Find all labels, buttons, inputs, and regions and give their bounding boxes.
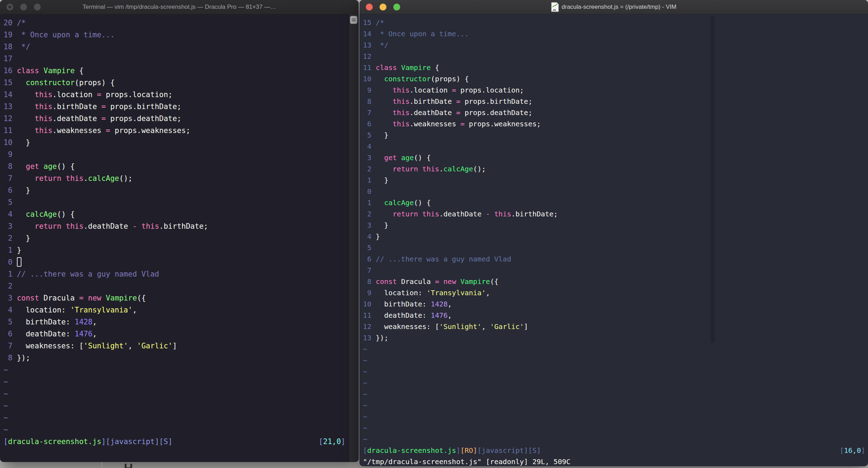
line-number: 5: [4, 198, 17, 207]
token-kw: new: [88, 294, 101, 302]
code-line: 2 return this.deathDate - this.birthDate…: [363, 208, 865, 220]
tilde: ~: [4, 366, 8, 374]
zoom-button[interactable]: [393, 4, 400, 11]
tilde-line: ~: [363, 422, 865, 434]
tilde: ~: [363, 345, 367, 353]
token-fg: .location: [52, 90, 97, 99]
code-line: 13 });: [363, 332, 865, 343]
tilde: ~: [4, 378, 8, 386]
tilde-line: ~: [4, 364, 349, 376]
token-fg: [490, 210, 494, 218]
token-fg: [456, 277, 460, 286]
token-kw: =: [452, 86, 456, 94]
code-line: 11 class Vampire {: [363, 62, 865, 73]
tilde-line: ~: [4, 388, 349, 400]
token-kw: this: [35, 126, 53, 135]
token-fg: [17, 126, 35, 135]
token-fg: }: [17, 138, 30, 147]
token-fg: });: [376, 334, 388, 342]
close-button[interactable]: [6, 4, 13, 11]
token-fn: constructor: [384, 75, 430, 83]
desktop: { "desktop": { "bg": "#c7c5c3", "partial…: [0, 0, 868, 468]
token-com: */: [376, 41, 388, 49]
code-line: 20 /*: [4, 17, 349, 29]
token-fg: props.weaknesses;: [465, 120, 541, 128]
tilde: ~: [363, 412, 367, 421]
code-line: 9 location: 'Transylvania',: [363, 287, 865, 298]
tilde-line: ~: [363, 411, 865, 422]
tilde-line: ~: [4, 376, 349, 388]
token-fg: props.location;: [456, 86, 524, 94]
line-number: 3: [363, 221, 376, 229]
vim-buffer-left[interactable]: 20 /*19 * Once upon a time...18 */17 16 …: [0, 14, 349, 462]
split-pane-button[interactable]: [350, 16, 357, 24]
line-number: 7: [4, 342, 17, 350]
line-number: 14: [4, 90, 17, 99]
code-line: 1 // ...there was a guy named Vlad: [4, 268, 349, 280]
tilde: ~: [4, 413, 8, 422]
token-pun: [: [319, 437, 323, 446]
line-number: 0: [4, 258, 17, 266]
token-fg: [61, 222, 66, 230]
macvim-scrollbar[interactable]: [710, 15, 715, 343]
token-kw: this: [141, 222, 159, 230]
token-ro: [RO]: [460, 446, 477, 455]
token-kw: this: [392, 120, 409, 128]
code-line: 3 get age() {: [363, 152, 865, 163]
macvim-window: JS dracula-screenshot.js = (/private/tmp…: [359, 0, 868, 466]
token-fg: [376, 165, 392, 173]
code-line: 5 }: [363, 129, 865, 141]
code-line: 1 }: [4, 244, 349, 256]
token-fg: [397, 63, 401, 72]
terminal-scrollbar[interactable]: [349, 14, 359, 462]
token-kw: this: [392, 108, 409, 117]
line-number: 4: [4, 210, 17, 219]
minimize-button[interactable]: [20, 4, 27, 11]
token-kw: =: [460, 120, 465, 128]
token-fg: });: [17, 354, 30, 362]
line-number: 4: [4, 306, 17, 314]
token-com: * Once upon a time...: [17, 31, 115, 39]
code-line: 12: [363, 51, 865, 62]
tilde: ~: [363, 356, 367, 365]
token-kw: =: [456, 108, 460, 117]
minimize-button[interactable]: [379, 4, 387, 11]
line-number: 4: [363, 142, 376, 151]
token-fg: [376, 86, 392, 94]
token-com: // ...there was a guy named Vlad: [17, 270, 159, 278]
vim-buffer-right[interactable]: 15 /*14 * Once upon a time...13 */12 11 …: [359, 14, 868, 466]
line-number: 13: [363, 41, 376, 49]
macvim-titlebar[interactable]: JS dracula-screenshot.js = (/private/tmp…: [359, 0, 868, 14]
token-fn: calcAge: [88, 174, 119, 183]
terminal-titlebar[interactable]: Terminal — vim /tmp/dracula-screenshot.j…: [0, 0, 359, 14]
token-fg: .location: [409, 86, 452, 94]
line-number: 9: [363, 86, 376, 94]
code-line: 10 constructor(props) {: [363, 73, 865, 84]
token-fg: .deathDate: [52, 114, 101, 123]
token-fg: [39, 67, 44, 75]
close-button[interactable]: [366, 4, 373, 11]
code-line: 2 return this.calcAge();: [363, 163, 865, 175]
line-number: 1: [363, 176, 376, 184]
zoom-button[interactable]: [34, 4, 41, 11]
token-kw: return: [392, 165, 418, 173]
token-fg: .: [84, 174, 88, 183]
token-kw: -: [486, 210, 490, 218]
token-fn: Vampire: [401, 63, 430, 72]
token-pos: 16,0: [844, 446, 861, 455]
line-number: 13: [4, 102, 17, 111]
token-pun: ]: [537, 446, 541, 455]
token-fg: [376, 153, 384, 162]
token-fg: props.weaknesses;: [110, 126, 190, 135]
code-line: 6 }: [4, 184, 349, 196]
tilde: ~: [363, 367, 367, 376]
tilde: ~: [4, 401, 8, 410]
tilde: ~: [4, 425, 8, 434]
token-fg: ,: [92, 330, 97, 338]
token-pun: ]: [341, 437, 345, 446]
token-str: 'Garlic': [490, 322, 524, 331]
line-number: 19: [4, 31, 17, 39]
token-kw: this: [66, 174, 84, 183]
token-num: 1428: [431, 300, 448, 308]
token-pun: ]: [456, 446, 460, 455]
